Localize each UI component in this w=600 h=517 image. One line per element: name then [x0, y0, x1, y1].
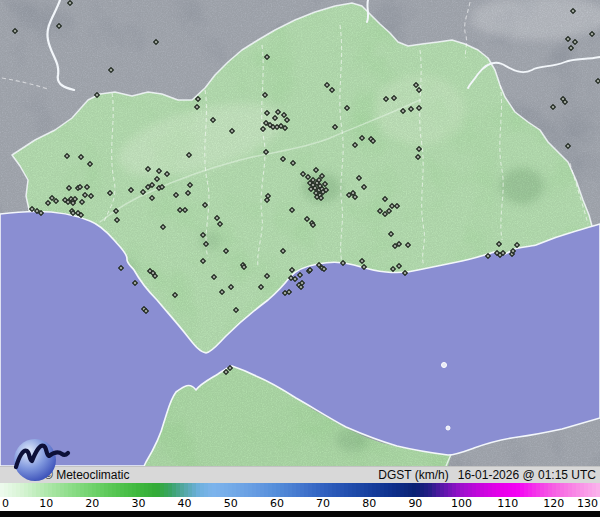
island	[442, 363, 447, 368]
scale-tick-label: 40	[178, 497, 192, 511]
wind-gust-color-scale	[0, 483, 600, 497]
weather-map-app: © Meteoclimatic DGST (km/h) 16-01-2026 @…	[0, 0, 600, 517]
bottom-border-bar	[0, 511, 600, 517]
scale-tick-label: 10	[39, 497, 53, 511]
scale-tick-label: 90	[408, 497, 422, 511]
scale-tick-label: 0	[2, 497, 9, 511]
weather-map	[0, 0, 600, 466]
scale-tick-label: 110	[497, 497, 518, 511]
river-top	[367, 0, 368, 22]
scale-tick-label: 120	[543, 497, 564, 511]
scale-color-step	[596, 483, 600, 497]
scale-tick-label: 100	[451, 497, 472, 511]
meteoclimatic-logo-icon[interactable]	[5, 436, 75, 483]
scale-tick-label: 30	[131, 497, 145, 511]
scale-tick-label: 50	[224, 497, 238, 511]
scale-tick-label: 130	[577, 497, 598, 511]
datetime-label: 16-01-2026 @ 01:15 UTC	[458, 468, 596, 482]
status-bar: © Meteoclimatic DGST (km/h) 16-01-2026 @…	[0, 466, 600, 483]
scale-tick-label: 80	[362, 497, 376, 511]
scale-tick-labels: 0102030405060708090100110120130	[0, 497, 600, 511]
product-label: DGST (km/h)	[378, 468, 448, 482]
scale-tick-label: 20	[85, 497, 99, 511]
scale-tick-label: 60	[270, 497, 284, 511]
scale-tick-label: 70	[316, 497, 330, 511]
island	[446, 426, 450, 430]
